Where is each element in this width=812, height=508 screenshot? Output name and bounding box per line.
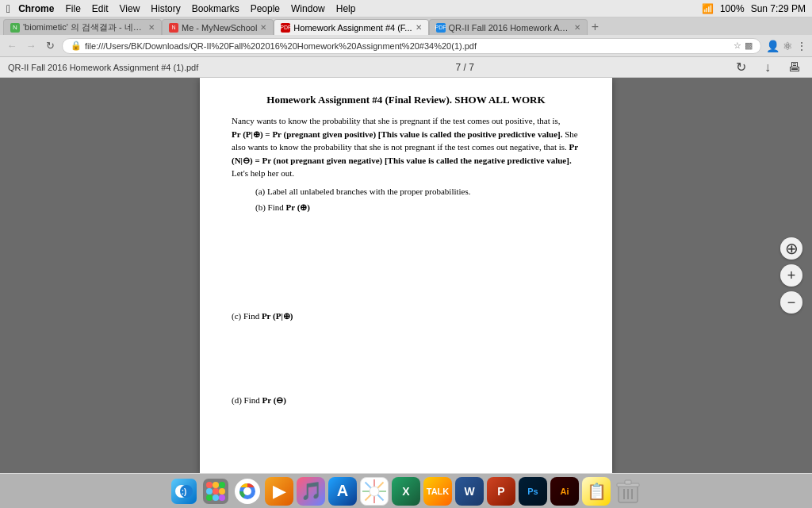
apple-menu[interactable]:  [6,2,10,15]
pdf-content-area: Homework Assignment #4 (Final Review). S… [0,78,812,473]
svg-point-19 [370,487,379,496]
svg-point-9 [206,488,213,495]
tab-close-3[interactable]: ✕ [416,23,422,32]
zoom-in-large-button[interactable]: ⊕ [780,237,802,260]
svg-point-6 [206,482,213,488]
pdf-page: Homework Assignment #4 (Final Review). S… [200,78,612,473]
dock-excel[interactable]: X [392,477,420,506]
dock-word[interactable]: W [455,477,484,506]
pdf-filename: QR-II Fall 2016 Homework Assignment #4 (… [8,63,198,72]
svg-point-14 [219,495,225,501]
menu-window[interactable]: Window [291,3,325,14]
pdf-toolbar: QR-II Fall 2016 Homework Assignment #4 (… [0,57,812,78]
dock-arrow[interactable]: ▶ [265,477,293,506]
page-indicator: 7 / 7 [455,62,473,73]
zoom-in-button[interactable]: + [780,264,802,287]
tab-close-4[interactable]: ✕ [574,23,580,32]
url-text: file:///Users/BK/Downloads/QR-II%20Fall%… [85,41,477,51]
tab-label-4: QR-II Fall 2016 Homework As... [449,23,571,33]
pdf-body: Nancy wants to know the probability that… [232,114,580,473]
menu-people[interactable]: People [251,3,280,14]
tab-close-1[interactable]: ✕ [148,23,155,32]
bookmark-icon[interactable]: ☆ [733,40,741,51]
menu-button[interactable]: ⋮ [796,40,807,52]
dock-notes[interactable]: 📋 [582,477,611,506]
pdf-part-b: (b) Find Pr (⊕) [255,201,580,214]
pdf-part-d: (d) Find Pr (⊖) [232,394,580,407]
rotate-button[interactable]: ↻ [731,58,750,77]
menu-history[interactable]: History [151,3,180,14]
dock-illustrator[interactable]: Ai [550,477,579,506]
dock-launchpad[interactable] [201,477,230,506]
tab-qr2[interactable]: PDF QR-II Fall 2016 Homework As... ✕ [429,19,588,35]
svg-point-17 [243,487,251,495]
tab-mynewschool[interactable]: N Me - MyNewSchool ✕ [162,19,274,35]
new-tab-button[interactable]: + [588,19,603,35]
dock-photos[interactable] [360,477,389,506]
tab-favicon-4: PDF [436,23,446,33]
forward-button[interactable]: → [24,39,38,53]
svg-text::): :) [182,487,187,496]
pdf-part-a: (a) Label all unlabeled branches with th… [255,185,580,198]
print-button[interactable]: 🖶 [785,58,804,77]
battery-indicator: 100% [720,3,745,14]
extensions-button[interactable]: ⚛ [783,40,793,52]
download-button[interactable]: ↓ [758,58,777,77]
menubar:  Chrome File Edit View History Bookmark… [0,0,812,17]
pdf-part-c: (c) Find Pr (P|⊕) [232,310,580,323]
svg-point-12 [206,495,213,501]
dock-photoshop[interactable]: Ps [519,477,547,506]
svg-point-7 [213,482,219,488]
menu-help[interactable]: Help [336,3,356,14]
pdf-line1-bold: Pr (P|⊕) = Pr (pregnant given positive) … [232,129,562,139]
tab-favicon-2: N [169,23,178,33]
pdf-title: Homework Assignment #4 (Final Review). S… [232,94,580,106]
menu-edit[interactable]: Edit [92,3,109,14]
tab-homework[interactable]: PDF Homework Assignment #4 (F... ✕ [274,19,428,35]
url-bar[interactable]: 🔒 file:///Users/BK/Downloads/QR-II%20Fal… [62,38,761,54]
addressbar: ← → ↻ 🔒 file:///Users/BK/Downloads/QR-II… [0,35,812,57]
tab-label-2: Me - MyNewSchool [182,23,257,33]
menu-chrome[interactable]: Chrome [18,3,54,14]
wifi-icon: 📶 [702,3,714,14]
svg-point-10 [213,488,219,495]
svg-point-13 [213,495,219,501]
dock: :) ▶ 🎵 A X TALK W [0,473,812,508]
dock-finder[interactable]: :) [170,477,198,506]
cast-icon[interactable]: ▩ [745,40,753,51]
svg-point-8 [219,482,225,488]
pdf-intro: Nancy wants to know the probability that… [232,114,580,180]
dock-appstore[interactable]: A [328,477,357,506]
svg-point-11 [219,488,225,495]
dock-chrome[interactable] [233,477,262,506]
menu-view[interactable]: View [120,3,140,14]
tabbar: N 'biomimetic' 의 검색결과 - 네이버... ✕ N Me - … [0,17,812,35]
zoom-controls: ⊕ + − [780,237,802,314]
menu-bookmarks[interactable]: Bookmarks [192,3,239,14]
clock: Sun 7:29 PM [751,3,806,14]
tab-biomimetic[interactable]: N 'biomimetic' 의 검색결과 - 네이버... ✕ [3,19,162,35]
menu-file[interactable]: File [65,3,80,14]
lock-icon: 🔒 [71,40,82,51]
dock-itunes[interactable]: 🎵 [297,477,325,506]
tab-close-2[interactable]: ✕ [260,23,266,32]
tab-label-3: Homework Assignment #4 (F... [293,23,412,33]
dock-trash[interactable] [614,477,642,506]
dock-powerpoint[interactable]: P [487,477,515,506]
profile-button[interactable]: 👤 [766,40,779,52]
back-button[interactable]: ← [5,39,19,53]
zoom-out-button[interactable]: − [780,291,802,314]
tab-label-1: 'biomimetic' 의 검색결과 - 네이버... [23,21,145,33]
svg-rect-22 [625,480,631,484]
tab-favicon-3: PDF [281,23,290,33]
dock-talk[interactable]: TALK [423,477,452,506]
reload-button[interactable]: ↻ [43,39,57,53]
pdf-line2-bold: Pr (N|⊖) = Pr (not pregnant given negati… [232,142,578,165]
tab-favicon-1: N [10,23,20,33]
